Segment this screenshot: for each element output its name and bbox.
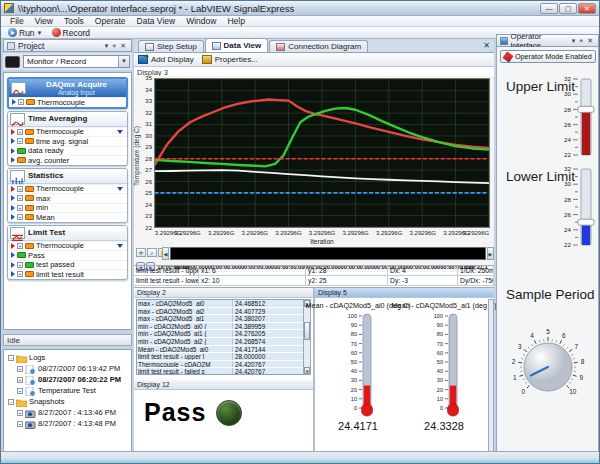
record-button[interactable]: Record bbox=[49, 28, 93, 38]
step-header[interactable]: DAQmx AcquireAnalog Input bbox=[9, 79, 126, 97]
channel-row[interactable]: +Thermocouple bbox=[8, 127, 127, 137]
channel-row[interactable]: Pass bbox=[8, 250, 127, 260]
tab-connection-diagram[interactable]: Connection Diagram bbox=[269, 40, 368, 52]
channel-row[interactable]: +min bbox=[8, 203, 127, 213]
channel-row[interactable]: +time avg. signal bbox=[8, 136, 127, 146]
pin-icon[interactable]: ⌖ bbox=[110, 42, 118, 50]
pin-icon[interactable]: ⌖ bbox=[577, 37, 585, 45]
overview-left-arrow-icon[interactable]: ◀ bbox=[162, 247, 169, 260]
display2-row[interactable]: max - cDAQ2Mod5_ai024.468512 bbox=[137, 300, 303, 308]
run-dropdown-icon[interactable]: ▼ bbox=[37, 30, 43, 36]
step-time-averaging[interactable]: Time Averaging+Thermocouple+time avg. si… bbox=[7, 111, 128, 166]
step-daqmx-acquire[interactable]: DAQmx AcquireAnalog Input+Thermocouple bbox=[7, 77, 128, 109]
expand-icon[interactable]: + bbox=[17, 205, 23, 211]
expand-icon[interactable]: + bbox=[17, 262, 23, 268]
channel-arrow-icon bbox=[11, 195, 15, 201]
svg-text:70: 70 bbox=[351, 341, 357, 347]
expand-icon[interactable]: + bbox=[17, 138, 23, 144]
step-limit-test[interactable]: Limit Test+ThermocouplePass+test passed+… bbox=[7, 225, 128, 280]
display2-row[interactable]: limit test result - failed s24.420767 bbox=[137, 368, 303, 375]
channel-row[interactable]: avg. counter bbox=[8, 155, 127, 165]
expand-icon[interactable]: − bbox=[8, 355, 14, 361]
expand-icon[interactable]: + bbox=[17, 271, 23, 277]
menu-item-operate[interactable]: Operate bbox=[90, 16, 131, 26]
channel-dropdown-icon[interactable] bbox=[117, 130, 123, 134]
expand-icon[interactable]: + bbox=[17, 243, 23, 249]
pane-menu-icon[interactable]: ▾ bbox=[103, 42, 111, 50]
expand-icon[interactable]: + bbox=[17, 377, 23, 383]
expand-icon[interactable]: + bbox=[17, 366, 23, 372]
sample-period-knob[interactable]: 012345678910 bbox=[501, 321, 595, 411]
minimize-button[interactable]: — bbox=[540, 3, 558, 14]
step-header[interactable]: Time Averaging bbox=[8, 112, 127, 127]
mode-selector[interactable]: Monitor / Record ▼ bbox=[23, 55, 130, 68]
properties-button[interactable]: Properties... bbox=[202, 55, 258, 64]
menu-item-file[interactable]: File bbox=[5, 16, 29, 26]
close-dataview-icon[interactable]: ✕ bbox=[483, 41, 494, 52]
menu-item-view[interactable]: View bbox=[30, 16, 58, 26]
operator-mode-button[interactable]: Operator Mode Enabled bbox=[500, 50, 596, 63]
channel-row[interactable]: +limit test result bbox=[8, 269, 127, 279]
display2-row[interactable]: max - cDAQ2Mod5_ai124.380207 bbox=[137, 315, 303, 323]
mode-selector-arrow-icon[interactable]: ▼ bbox=[118, 56, 129, 67]
channel-row[interactable]: +max bbox=[8, 193, 127, 203]
menu-item-data-view[interactable]: Data View bbox=[132, 16, 181, 26]
close-pane-icon[interactable]: ✕ bbox=[585, 37, 595, 45]
zoom-tool-icon[interactable]: ⌕ bbox=[147, 248, 157, 257]
close-button[interactable]: ✕ bbox=[578, 3, 596, 14]
display2-row[interactable]: limit test result - upper l28.000000 bbox=[137, 353, 303, 361]
channel-dropdown-icon[interactable] bbox=[117, 244, 123, 248]
expand-icon[interactable]: + bbox=[17, 186, 23, 192]
step-header[interactable]: Limit Test bbox=[8, 226, 127, 241]
add-display-button[interactable]: Add Display bbox=[138, 55, 194, 64]
expand-icon[interactable]: + bbox=[17, 421, 23, 427]
channel-row[interactable]: +Mean bbox=[8, 212, 127, 222]
overview-right-arrow-icon[interactable]: ▶ bbox=[487, 247, 494, 260]
display2-scrollbar[interactable]: ▲ ▼ bbox=[303, 299, 311, 375]
display2-row[interactable]: min - cDAQ2Mod5_ai1 (24.276205 bbox=[137, 330, 303, 338]
display2-row[interactable]: min - cDAQ2Mod5_ai2 (24.268574 bbox=[137, 338, 303, 346]
display2-row[interactable]: Mean - cDAQ2Mod5_ai024.417144 bbox=[137, 346, 303, 354]
maximize-button[interactable]: ▢ bbox=[559, 3, 577, 14]
scroll-thumb[interactable] bbox=[304, 322, 310, 340]
channel-row[interactable]: data ready bbox=[8, 146, 127, 156]
display2-row[interactable]: Thermocouple - cDAQ2M24.420767 bbox=[137, 361, 303, 369]
overview-scrollbar[interactable] bbox=[170, 247, 486, 260]
channel-row[interactable]: +test passed bbox=[8, 260, 127, 270]
cursor-tool-icon[interactable]: ✛ bbox=[136, 248, 146, 257]
channel-dropdown-icon[interactable] bbox=[117, 187, 123, 191]
expand-icon[interactable]: + bbox=[17, 410, 23, 416]
signal-value: 24.380207 bbox=[233, 315, 303, 322]
expand-icon[interactable]: + bbox=[17, 129, 23, 135]
display2-list[interactable]: max - cDAQ2Mod5_ai024.468512max - cDAQ2M… bbox=[136, 299, 304, 375]
app-icon bbox=[4, 3, 14, 13]
run-button[interactable]: Run ▼ bbox=[5, 28, 46, 38]
tab-data-view[interactable]: Data View bbox=[205, 38, 269, 52]
display2-row[interactable]: max - cDAQ2Mod5_ai224.407729 bbox=[137, 308, 303, 316]
menu-item-window[interactable]: Window bbox=[181, 16, 221, 26]
lower-limit-slider[interactable]: 323028262422 bbox=[553, 163, 599, 255]
channel-row[interactable]: +Thermocouple bbox=[8, 184, 127, 194]
xtick-label: 3.29296G bbox=[208, 230, 234, 236]
channel-row[interactable]: +Thermocouple bbox=[9, 97, 126, 107]
step-statistics[interactable]: Statistics+Thermocouple+max+min+Mean bbox=[7, 168, 128, 223]
expand-icon[interactable]: + bbox=[17, 214, 23, 220]
upper-limit-slider[interactable]: 323028262422 bbox=[553, 73, 599, 165]
expand-icon[interactable]: + bbox=[18, 99, 24, 105]
menu-item-tools[interactable]: Tools bbox=[59, 16, 89, 26]
channel-arrow-icon bbox=[11, 205, 15, 211]
tab-step-setup[interactable]: Step Setup bbox=[138, 40, 204, 52]
display2-row[interactable]: min - cDAQ2Mod5_ai0 (24.389959 bbox=[137, 323, 303, 331]
expand-icon[interactable]: + bbox=[17, 195, 23, 201]
close-pane-icon[interactable]: ✕ bbox=[118, 42, 128, 50]
pane-menu-icon[interactable]: ▾ bbox=[570, 37, 578, 45]
step-header[interactable]: Statistics bbox=[8, 169, 127, 184]
channel-row[interactable]: +Thermocouple bbox=[8, 241, 127, 251]
signal-name: min - cDAQ2Mod5_ai2 ( bbox=[137, 338, 233, 345]
tree-item-8-27-2007-4-13-48-pm[interactable]: +8/27/2007 : 4:13:48 PM bbox=[6, 418, 131, 429]
menu-item-help[interactable]: Help bbox=[222, 16, 249, 26]
chart-plot[interactable] bbox=[154, 78, 490, 228]
expand-icon[interactable]: − bbox=[8, 399, 14, 405]
scroll-down-icon[interactable]: ▼ bbox=[304, 367, 310, 374]
display5-scrollbar[interactable] bbox=[488, 299, 494, 452]
